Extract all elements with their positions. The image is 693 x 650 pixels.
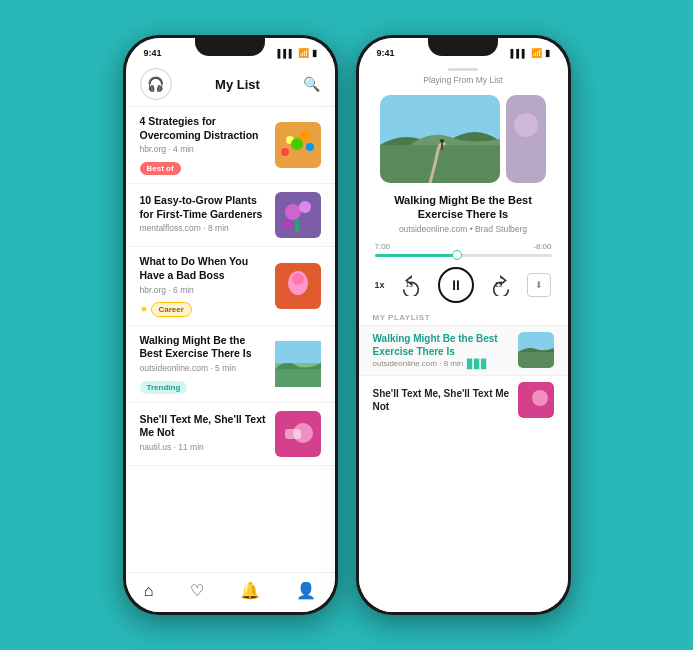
- article-thumb-5: [275, 411, 321, 457]
- svg-point-29: [532, 390, 548, 406]
- nav-favorites[interactable]: ♡: [190, 581, 204, 600]
- status-icons-2: ▌▌▌ 📶 ▮: [510, 48, 549, 58]
- pause-icon: ⏸: [449, 277, 463, 293]
- playlist-title-2: She'll Text Me, She'll Text Me Not: [373, 387, 510, 413]
- article-content-3: What to Do When You Have a Bad Boss hbr.…: [140, 255, 267, 316]
- list-item[interactable]: 4 Strategies for Overcoming Distraction …: [126, 107, 335, 184]
- svg-rect-10: [295, 220, 299, 232]
- playlist-title-1: Walking Might Be the Best Exercise There…: [373, 332, 510, 358]
- article-content-2: 10 Easy-to-Grow Plants for First-Time Ga…: [140, 194, 267, 236]
- article-title-1: 4 Strategies for Overcoming Distraction: [140, 115, 267, 142]
- archive-button[interactable]: ⬇: [527, 273, 551, 297]
- list-item[interactable]: What to Do When You Have a Bad Boss hbr.…: [126, 247, 335, 325]
- time-row: 7:00 -8:00: [375, 242, 552, 251]
- time-2: 9:41: [377, 48, 395, 58]
- headphone-icon[interactable]: 🎧: [140, 68, 172, 100]
- rewind-button[interactable]: 15: [400, 274, 422, 296]
- article-thumb-3: [275, 263, 321, 309]
- playlist-section: MY PLAYLIST Walking Might Be the Best Ex…: [359, 309, 568, 612]
- progress-area: 7:00 -8:00: [359, 238, 568, 261]
- article-meta-1: hbr.org · 4 min: [140, 144, 267, 154]
- progress-thumb[interactable]: [452, 250, 462, 260]
- article-content-1: 4 Strategies for Overcoming Distraction …: [140, 115, 267, 175]
- svg-point-8: [299, 201, 311, 213]
- tag-career: Career: [151, 302, 192, 317]
- mylist-title: My List: [215, 77, 260, 92]
- remaining-time: -8:00: [533, 242, 551, 251]
- track-info: Walking Might Be the Best Exercise There…: [359, 189, 568, 238]
- article-thumb-4: [275, 341, 321, 387]
- svg-point-7: [285, 204, 301, 220]
- current-time: 7:00: [375, 242, 391, 251]
- list-item[interactable]: She'll Text Me, She'll Text Me Not nauti…: [126, 403, 335, 466]
- svg-rect-21: [380, 145, 500, 183]
- svg-point-25: [514, 113, 538, 137]
- play-pause-button[interactable]: ⏸: [438, 267, 474, 303]
- article-title-3: What to Do When You Have a Bad Boss: [140, 255, 267, 282]
- tag-bestof: Best of: [140, 162, 181, 175]
- playlist-item[interactable]: She'll Text Me, She'll Text Me Not: [359, 375, 568, 424]
- playlist-label: MY PLAYLIST: [359, 309, 568, 325]
- notch-2: [428, 38, 498, 56]
- track-title: Walking Might Be the Best Exercise There…: [373, 193, 554, 222]
- list-item[interactable]: Walking Might Be the Best Exercise There…: [126, 326, 335, 403]
- svg-rect-27: [518, 352, 554, 368]
- phone-player: 9:41 ▌▌▌ 📶 ▮ Playing From My List: [356, 35, 571, 615]
- controls-row: 1x 15 ⏸ 15 ⬇: [359, 261, 568, 309]
- svg-point-2: [300, 131, 310, 141]
- artwork-main: [380, 95, 500, 183]
- playlist-meta-1: outsideonline.com · 8 min ▊▊▊: [373, 359, 510, 369]
- forward-label: 15: [495, 281, 503, 288]
- playlist-thumb-2: [518, 382, 554, 418]
- article-meta-4: outsideonline.com · 5 min: [140, 363, 267, 373]
- search-button[interactable]: 🔍: [303, 76, 320, 92]
- article-list: 4 Strategies for Overcoming Distraction …: [126, 107, 335, 572]
- playing-from-label: Playing From My List: [423, 75, 502, 85]
- speed-button[interactable]: 1x: [375, 280, 385, 290]
- svg-point-22: [440, 139, 444, 143]
- bottom-nav: ⌂ ♡ 🔔 👤: [126, 572, 335, 612]
- nav-home[interactable]: ⌂: [144, 582, 154, 600]
- equalizer-icon: ▊▊▊: [467, 359, 488, 369]
- tag-trending: Trending: [140, 381, 188, 394]
- svg-point-9: [282, 219, 292, 229]
- progress-bar[interactable]: [375, 254, 552, 257]
- svg-rect-15: [275, 369, 321, 387]
- svg-point-13: [292, 273, 304, 285]
- svg-rect-24: [506, 95, 546, 183]
- playlist-content-1: Walking Might Be the Best Exercise There…: [373, 332, 510, 369]
- svg-point-3: [291, 138, 303, 150]
- time-1: 9:41: [144, 48, 162, 58]
- svg-point-4: [306, 143, 314, 151]
- list-item[interactable]: 10 Easy-to-Grow Plants for First-Time Ga…: [126, 184, 335, 247]
- status-icons-1: ▌▌▌ 📶 ▮: [277, 48, 316, 58]
- drag-handle[interactable]: [448, 68, 478, 71]
- signal-icon-1: ▌▌▌: [277, 49, 294, 58]
- article-title-5: She'll Text Me, She'll Text Me Not: [140, 413, 267, 440]
- article-content-4: Walking Might Be the Best Exercise There…: [140, 334, 267, 394]
- article-thumb-2: [275, 192, 321, 238]
- rewind-label: 15: [405, 281, 413, 288]
- playlist-item[interactable]: Walking Might Be the Best Exercise There…: [359, 325, 568, 375]
- artwork-area: [359, 95, 568, 189]
- playlist-thumb-1: [518, 332, 554, 368]
- battery-icon-2: ▮: [545, 48, 550, 58]
- wifi-icon-2: 📶: [531, 48, 542, 58]
- playlist-content-2: She'll Text Me, She'll Text Me Not: [373, 387, 510, 413]
- phones-container: 9:41 ▌▌▌ 📶 ▮ 🎧 My List 🔍 4 Strategies f: [123, 35, 571, 615]
- nav-notifications[interactable]: 🔔: [240, 581, 260, 600]
- phone-mylist: 9:41 ▌▌▌ 📶 ▮ 🎧 My List 🔍 4 Strategies f: [123, 35, 338, 615]
- nav-profile[interactable]: 👤: [296, 581, 316, 600]
- notch: [195, 38, 265, 56]
- forward-button[interactable]: 15: [490, 274, 512, 296]
- svg-rect-19: [285, 429, 301, 439]
- article-title-2: 10 Easy-to-Grow Plants for First-Time Ga…: [140, 194, 267, 221]
- article-title-4: Walking Might Be the Best Exercise There…: [140, 334, 267, 361]
- article-thumb-1: [275, 122, 321, 168]
- article-meta-2: mentalfloss.com · 8 min: [140, 223, 267, 233]
- svg-rect-16: [275, 341, 321, 363]
- archive-icon: ⬇: [535, 280, 543, 290]
- progress-fill: [375, 254, 456, 257]
- player-header: Playing From My List: [359, 64, 568, 95]
- mylist-header: 🎧 My List 🔍: [126, 64, 335, 107]
